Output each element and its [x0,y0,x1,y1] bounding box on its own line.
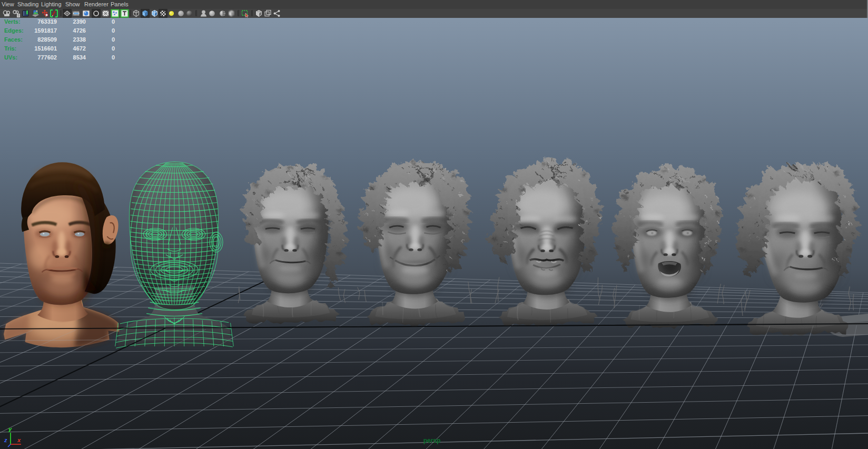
two-d-pan-zoom-icon[interactable] [41,9,50,18]
image-plane-icon[interactable] [31,9,40,18]
backface-culling-icon[interactable] [218,9,227,18]
menu-show[interactable]: Show [63,0,82,9]
use-all-lights-icon[interactable] [159,9,167,18]
safe-action-icon[interactable] [111,9,120,18]
maya-viewport-panel: ViewShadingLightingShowRendererPanels Ve… [0,0,868,449]
hud-value: 0 [87,18,115,25]
grid-toggle-icon[interactable] [63,9,72,18]
hud-value: 1516601 [0,45,57,52]
bookmarks-icon[interactable] [21,9,30,18]
field-chart-icon[interactable] [101,9,110,18]
menu-renderer[interactable]: Renderer [82,0,111,9]
flat-lighting-icon[interactable] [176,9,185,18]
paint-effects-icon[interactable] [50,9,58,18]
camera-attributes-icon[interactable] [12,9,21,18]
hud-value: 0 [87,54,115,61]
poly-count-hud: Verts:76331923900Edges:159181747260Faces… [0,17,126,62]
menu-shading[interactable]: Shading [15,0,41,9]
no-lighting-icon[interactable] [185,9,194,18]
toolbar-separator [251,10,254,16]
toolbar-separator [238,10,240,16]
xray-joints-icon[interactable] [208,9,216,18]
smooth-wireframe-icon[interactable] [227,9,236,18]
select-camera-icon[interactable] [2,9,11,18]
xray-icon[interactable] [199,9,208,18]
hud-value: 0 [87,27,115,34]
textured-mode-icon[interactable] [150,9,159,18]
gate-mask-icon[interactable] [92,9,101,18]
hud-value: 8534 [58,54,86,61]
menu-view[interactable]: View [0,0,16,9]
isolate-select-icon[interactable] [254,9,263,18]
multi-pane-icon[interactable] [263,9,272,18]
camera-name-label: persp [406,437,458,444]
shaded-mode-icon[interactable] [141,9,150,18]
hud-row-uvs: UVs:77760285340 [0,53,126,62]
hud-value: 763319 [0,18,57,25]
hud-value: 4672 [58,45,86,52]
panel-menu-bar: ViewShadingLightingShowRendererPanels [0,0,867,9]
hud-row-tris: Tris:151660146720 [0,44,126,53]
menu-lighting[interactable]: Lighting [39,0,64,9]
gizmo-z-label: z [4,437,7,443]
hud-value: 2390 [58,18,86,25]
share-view-icon[interactable] [272,9,281,18]
gizmo-y-label: y [8,426,12,432]
hud-row-faces: Faces:82850923380 [0,35,126,44]
hud-value: 777602 [0,54,57,61]
hud-value: 2338 [58,36,86,43]
hud-value: 0 [87,45,115,52]
hud-row-edges: Edges:159181747260 [0,26,126,35]
default-lighting-icon[interactable] [167,9,176,18]
film-gate-icon[interactable] [72,9,81,18]
hud-value: 1591817 [0,27,57,34]
axis-orientation-gizmo: y x z [3,424,27,447]
hud-value: 4726 [58,27,86,34]
gizmo-x-label: x [17,437,21,443]
panel-toolbar [0,9,867,18]
wireframe-mode-icon[interactable] [132,9,141,18]
plugin-shapes-icon[interactable] [241,9,250,18]
menu-panels[interactable]: Panels [108,0,131,9]
toolbar-separator [195,10,198,16]
hud-value: 828509 [0,36,57,43]
safe-title-icon[interactable] [120,9,129,18]
resolution-gate-icon[interactable] [82,9,91,18]
hud-value: 0 [87,36,115,43]
viewport-3d-scene[interactable] [0,18,868,449]
hud-row-verts: Verts:76331923900 [0,17,126,26]
